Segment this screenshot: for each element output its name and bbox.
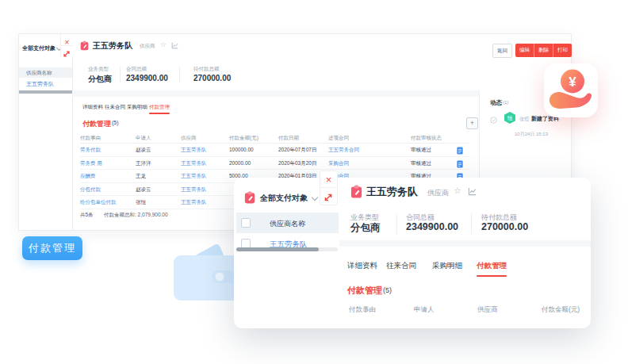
delete-button[interactable]: 删除 [534, 44, 553, 57]
table-header-row: 付款事由 申请人 供应商 付款金额(元) 付款日期 进项合同 付款审核状态 [80, 132, 470, 144]
payees-panel: 全部支付对象 × 供应商名称 王五劳务队 [19, 34, 73, 230]
tab-payments[interactable]: 付款管理 [149, 104, 170, 111]
activity-title: 动态 [490, 99, 502, 107]
stat-divider [179, 67, 180, 82]
expand-icon[interactable] [324, 191, 333, 205]
select-all-checkbox[interactable] [241, 218, 251, 228]
tab-purchases[interactable]: 采购明细 [127, 104, 147, 111]
panel-controls: × [320, 171, 338, 205]
add-payment-button[interactable]: + [466, 117, 478, 129]
pay-date: 2020年07月07日 [278, 147, 316, 154]
activity-time: 10月24日 15:13 [515, 131, 548, 138]
header-separator-band [72, 90, 479, 97]
column-header: 付款事由 [349, 305, 376, 315]
table-row-count: 共5条 [80, 212, 94, 219]
section-count: (5) [112, 120, 119, 125]
applicant: 王龙 [136, 173, 146, 180]
detail-window: 全部支付对象 × 供应商名称 王五劳务队 王五劳务队 供应商 ☆ 业务类 [234, 178, 591, 328]
supplier-link[interactable]: 王五劳务队 [181, 186, 207, 193]
page: 全部支付对象 × 供应商名称 王五劳务队 王五劳务队 供应商 ☆ [0, 0, 628, 364]
payment-reason-link[interactable]: 应酬费 [80, 173, 96, 180]
chevron-down-icon[interactable] [312, 194, 318, 201]
avatar: 恒 [504, 112, 515, 124]
stat-label: 待付款总额 [193, 66, 220, 73]
active-tab-underline [149, 113, 170, 114]
column-header: 申请人 [414, 305, 435, 315]
table-amount-total: 付款金额总和: 2,079,900.00 [104, 212, 168, 219]
tab-details[interactable]: 详细资料 [347, 261, 377, 271]
payees-panel-title[interactable]: 全部支付对象 [260, 193, 308, 204]
tab-payments[interactable]: 付款管理 [477, 261, 507, 271]
header-separator-band [339, 240, 591, 247]
payment-management-badge: 付款管理 [22, 236, 82, 260]
supplier-link[interactable]: 王五劳务队 [181, 199, 207, 206]
payment-reason-link[interactable]: 劳务付款 [80, 147, 101, 154]
star-icon[interactable]: ☆ [454, 186, 461, 196]
approval-flow-icon[interactable] [457, 160, 463, 168]
trend-icon[interactable] [468, 187, 477, 196]
activity-user: 张恒 [519, 116, 529, 123]
payment-row: 劳务付款 赵凌云 王五劳务队 100000.00 2020年07月07日 王五劳… [80, 143, 470, 157]
stat-value: 分包商 [350, 221, 381, 235]
record-type-label: 供应商 [427, 188, 449, 198]
tab-details[interactable]: 详细资料 [82, 104, 103, 111]
edit-button[interactable]: 编辑 [515, 44, 534, 57]
active-tab-underline [477, 275, 507, 277]
stat-divider [396, 213, 397, 234]
clipboard-icon [80, 40, 89, 51]
column-header: 供应商 [477, 305, 498, 315]
amount: 100000.00 [229, 147, 254, 152]
horizontal-scrollbar[interactable] [236, 247, 319, 251]
plus-icon: + [470, 119, 474, 127]
clipboard-icon [244, 191, 255, 204]
panel-scrollbar[interactable] [19, 90, 72, 94]
section-title: 付款管理 [82, 119, 111, 129]
stat-value: 2349900.00 [126, 74, 168, 82]
payment-reason-link[interactable]: 劳务费 用 [80, 160, 102, 167]
print-button[interactable]: 打印 [553, 44, 572, 57]
close-icon[interactable]: × [320, 171, 337, 188]
stat-divider [120, 67, 121, 82]
tab-contracts[interactable]: 往来合同 [105, 104, 125, 111]
stat-value: 270000.00 [193, 74, 231, 82]
record-title: 王五劳务队 [366, 185, 418, 199]
clipboard-icon [350, 185, 362, 198]
supplier-column-header: 供应商名称 [236, 213, 339, 233]
stat-label: 业务类型 [88, 66, 109, 73]
close-icon[interactable]: × [61, 34, 73, 46]
audit-status: 审核通过 [411, 160, 431, 167]
supplier-link[interactable]: 王五劳务队 [181, 173, 207, 180]
section-count: (5) [383, 286, 392, 294]
back-button[interactable]: 返回 [492, 44, 512, 58]
check-circle-icon [490, 117, 497, 124]
payees-panel-title[interactable]: 全部支付对象 [22, 44, 56, 52]
payment-reason-link[interactable]: 分包付款 [80, 186, 101, 193]
activity-count: (1) [503, 100, 508, 105]
stat-value: 分包商 [88, 74, 112, 85]
toolbar-red-group: 编辑 删除 打印 [515, 44, 572, 57]
hand-coin-icon: ¥ [544, 63, 598, 117]
record-type-label: 供应商 [140, 43, 155, 50]
audit-status: 审核通过 [411, 147, 431, 154]
tab-contracts[interactable]: 往来合同 [386, 261, 416, 271]
panel-controls: × [60, 34, 73, 56]
stat-value: 2349900.00 [406, 221, 458, 232]
supplier-list-item[interactable]: 王五劳务队 [26, 80, 54, 88]
contract-link[interactable]: 采购合同 [328, 160, 349, 167]
contract-link[interactable]: 王五劳务合同 [328, 147, 359, 154]
supplier-link[interactable]: 王五劳务队 [181, 160, 207, 167]
applicant: 赵凌云 [136, 186, 151, 193]
applicant: 王洋洋 [136, 160, 151, 167]
approval-flow-icon[interactable] [457, 147, 463, 155]
tab-purchases[interactable]: 采购明细 [432, 261, 462, 271]
applicant: 赵凌云 [136, 147, 151, 154]
trend-icon[interactable] [171, 42, 178, 49]
stat-divider [471, 213, 472, 234]
expand-icon[interactable] [63, 47, 71, 61]
supplier-link[interactable]: 王五劳务队 [181, 147, 207, 154]
star-icon[interactable]: ☆ [160, 40, 167, 48]
payment-row: 劳务费 用 王洋洋 王五劳务队 20000.00 2020年03月20日 采购合… [80, 156, 470, 171]
supplier-column-header: 供应商名称 [19, 67, 72, 78]
applicant: 张恒 [136, 199, 146, 206]
payment-reason-link[interactable]: 给分包单位付款 [80, 199, 117, 206]
